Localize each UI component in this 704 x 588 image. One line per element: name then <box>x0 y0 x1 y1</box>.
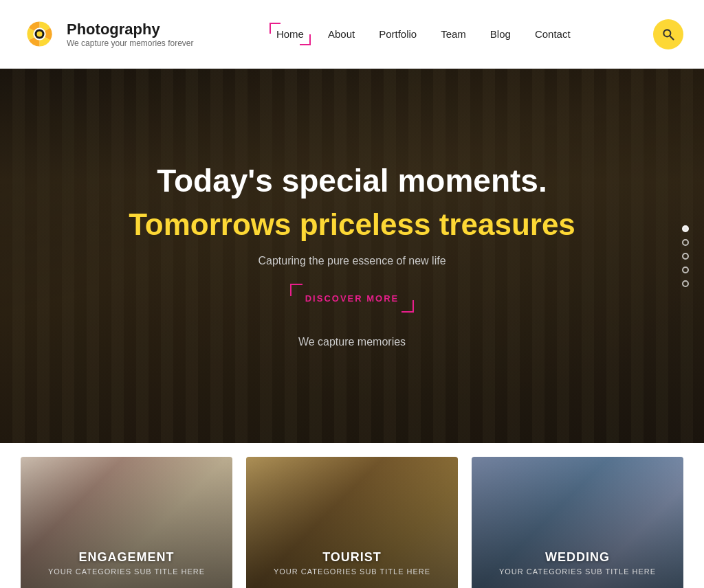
hero-subtitle: Capturing the pure essence of new life <box>258 255 446 267</box>
nav-item-portfolio[interactable]: Portfolio <box>379 28 417 40</box>
hero-content: Today's special moments. Tomorrows price… <box>129 163 575 348</box>
card-title-tourist: TOURIST <box>246 550 458 565</box>
hero-tagline: We capture memories <box>298 336 406 348</box>
slide-dot-3[interactable] <box>682 253 689 260</box>
slide-dot-5[interactable] <box>682 280 689 287</box>
logo-subtitle: We capture your memories forever <box>67 38 194 48</box>
slide-dot-4[interactable] <box>682 267 689 273</box>
nav-item-about[interactable]: About <box>328 28 355 40</box>
card-subtitle-engagement: YOUR CATEGORIES SUB TITLE HERE <box>21 567 232 576</box>
hero-title-white: Today's special moments. <box>157 163 547 199</box>
logo-text: Photography We capture your memories for… <box>67 21 194 48</box>
slide-dot-2[interactable] <box>682 239 689 246</box>
svg-line-4 <box>670 36 673 39</box>
card-content-wedding: WEDDING YOUR CATEGORIES SUB TITLE HERE <box>472 550 683 588</box>
logo-icon <box>21 15 58 53</box>
svg-point-2 <box>37 32 43 37</box>
nav-item-team[interactable]: Team <box>441 28 466 40</box>
search-button[interactable] <box>653 19 683 49</box>
logo-title: Photography <box>67 21 194 38</box>
card-title-wedding: WEDDING <box>472 550 683 565</box>
search-icon <box>661 27 675 41</box>
card-title-engagement: ENGAGEMENT <box>21 550 232 565</box>
discover-more-button[interactable]: DISCOVER MORE <box>305 293 399 304</box>
category-card-tourist[interactable]: TOURIST YOUR CATEGORIES SUB TITLE HERE <box>246 457 458 588</box>
hero-section: Today's special moments. Tomorrows price… <box>0 69 704 443</box>
card-content-tourist: TOURIST YOUR CATEGORIES SUB TITLE HERE <box>246 550 458 588</box>
category-card-engagement[interactable]: ENGAGEMENT YOUR CATEGORIES SUB TITLE HER… <box>21 457 232 588</box>
nav-item-home[interactable]: Home <box>276 28 304 40</box>
hero-cta-wrapper: DISCOVER MORE <box>290 284 415 313</box>
slide-dot-1[interactable] <box>682 225 689 232</box>
card-content-engagement: ENGAGEMENT YOUR CATEGORIES SUB TITLE HER… <box>21 550 232 588</box>
logo-area: Photography We capture your memories for… <box>21 15 194 53</box>
card-subtitle-tourist: YOUR CATEGORIES SUB TITLE HERE <box>246 567 458 576</box>
categories-section: ENGAGEMENT YOUR CATEGORIES SUB TITLE HER… <box>0 443 704 588</box>
card-subtitle-wedding: YOUR CATEGORIES SUB TITLE HERE <box>472 567 683 576</box>
slide-dots <box>682 225 689 287</box>
header: Photography We capture your memories for… <box>0 0 704 69</box>
category-card-wedding[interactable]: WEDDING YOUR CATEGORIES SUB TITLE HERE <box>472 457 683 588</box>
nav-item-blog[interactable]: Blog <box>490 28 511 40</box>
main-nav: Home About Portfolio Team Blog Contact <box>276 28 571 40</box>
nav-item-contact[interactable]: Contact <box>535 28 571 40</box>
hero-title-yellow: Tomorrows priceless treasures <box>129 208 575 241</box>
